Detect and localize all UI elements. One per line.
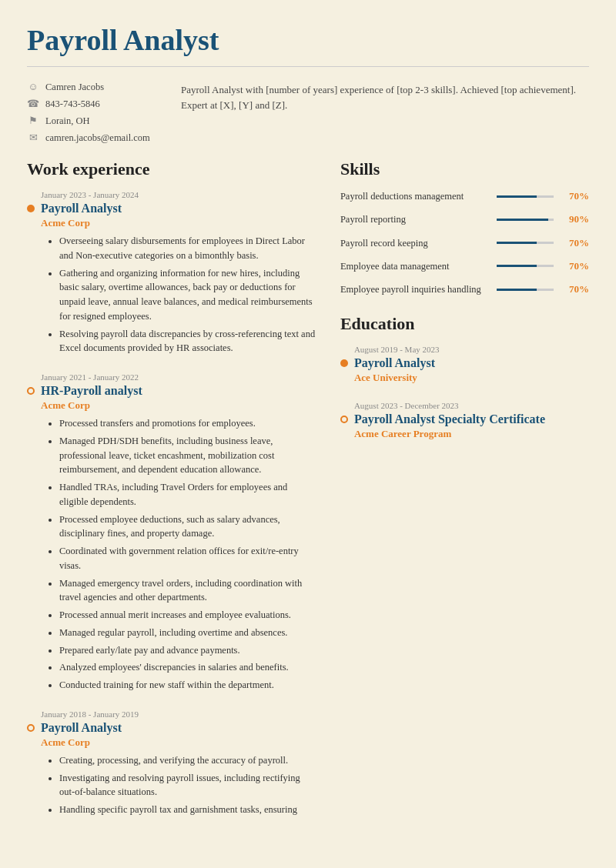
skill-bar-fill-5 xyxy=(497,289,537,291)
contact-info: ☺ Camren Jacobs ☎ 843-743-5846 ⚑ Lorain,… xyxy=(27,81,158,144)
edu-bullet-1 xyxy=(340,359,348,367)
skill-label-5: Employee payroll inquiries handling xyxy=(340,283,490,295)
list-item: Managed emergency travel orders, includi… xyxy=(59,576,317,606)
work-entry-2: January 2021 - January 2022 HR-Payroll a… xyxy=(27,372,317,693)
skills-title: Skills xyxy=(340,159,589,179)
entry-date-3: January 2018 - January 2019 xyxy=(41,709,317,719)
list-item: Overseeing salary disbursements for empl… xyxy=(59,234,317,263)
work-experience-title: Work experience xyxy=(27,159,317,179)
entry-title-1: Payroll Analyst xyxy=(41,202,122,215)
list-item: Managed PDH/SDH benefits, including busi… xyxy=(59,434,317,477)
education-section: Education August 2019 - May 2023 Payroll… xyxy=(340,314,589,440)
work-entry-3: January 2018 - January 2019 Payroll Anal… xyxy=(27,709,317,817)
edu-institution-2: Acme Career Program xyxy=(354,428,589,440)
skill-bar-bg-4 xyxy=(497,265,554,267)
bullet-dot-2 xyxy=(27,387,35,395)
location-icon: ⚑ xyxy=(27,115,39,127)
list-item: Resolving payroll data discrepancies by … xyxy=(59,327,317,356)
edu-date-1: August 2019 - May 2023 xyxy=(354,345,589,354)
entry-company-3: Acme Corp xyxy=(41,736,317,749)
entry-bullets-3: Creating, processing, and verifying the … xyxy=(49,753,317,817)
header-divider xyxy=(27,66,589,67)
entry-title-2: HR-Payroll analyst xyxy=(41,384,142,398)
skill-pct-4: 70% xyxy=(560,260,589,272)
skill-row-1: Payroll deductions management 70% xyxy=(340,190,589,202)
entry-date-2: January 2021 - January 2022 xyxy=(41,372,317,382)
edu-date-2: August 2023 - December 2023 xyxy=(354,401,589,410)
skill-bar-fill-2 xyxy=(497,219,548,221)
entry-date-1: January 2023 - January 2024 xyxy=(41,190,317,199)
skill-row-5: Employee payroll inquiries handling 70% xyxy=(340,283,589,295)
edu-entry-2: August 2023 - December 2023 Payroll Anal… xyxy=(340,401,589,440)
skill-pct-1: 70% xyxy=(560,190,589,202)
skill-bar-fill-4 xyxy=(497,265,537,267)
skill-bar-bg-2 xyxy=(497,219,554,221)
skill-bar-fill-1 xyxy=(497,195,537,198)
skill-bar-bg-5 xyxy=(497,289,554,291)
entry-bullets-1: Overseeing salary disbursements for empl… xyxy=(49,234,317,356)
list-item: Managed regular payroll, including overt… xyxy=(59,626,317,640)
bullet-dot-1 xyxy=(27,205,35,212)
skill-row-3: Payroll record keeping 70% xyxy=(340,237,589,249)
skill-bar-bg-1 xyxy=(497,195,554,198)
skill-pct-3: 70% xyxy=(560,237,589,249)
entry-company-2: Acme Corp xyxy=(41,399,317,412)
page-title: Payroll Analyst xyxy=(27,23,589,57)
edu-institution-1: Ace University xyxy=(354,372,589,384)
skill-label-3: Payroll record keeping xyxy=(340,237,490,249)
email-icon: ✉ xyxy=(27,132,39,144)
list-item: Handling specific payroll tax and garnis… xyxy=(59,803,317,817)
skill-label-1: Payroll deductions management xyxy=(340,190,490,202)
entry-title-3: Payroll Analyst xyxy=(41,721,122,735)
edu-title-2: Payroll Analyst Specialty Certificate xyxy=(354,412,545,426)
contact-location: ⚑ Lorain, OH xyxy=(27,115,158,127)
skills-section: Skills Payroll deductions management 70%… xyxy=(340,159,589,295)
list-item: Handled TRAs, including Travel Orders fo… xyxy=(59,480,317,509)
list-item: Investigating and resolving payroll issu… xyxy=(59,771,317,800)
edu-title-1: Payroll Analyst xyxy=(354,356,435,370)
edu-bullet-2 xyxy=(340,416,348,423)
list-item: Analyzed employees' discrepancies in sal… xyxy=(59,660,317,675)
list-item: Coordinated with government relation off… xyxy=(59,544,317,573)
skill-pct-2: 90% xyxy=(560,213,589,225)
list-item: Prepared early/late pay and advance paym… xyxy=(59,643,317,658)
entry-company-1: Acme Corp xyxy=(41,217,317,229)
contact-phone: ☎ 843-743-5846 xyxy=(27,98,158,110)
phone-icon: ☎ xyxy=(27,98,39,110)
contact-email: ✉ camren.jacobs@email.com xyxy=(27,132,158,144)
list-item: Processed transfers and promotions for e… xyxy=(59,416,317,431)
skill-label-4: Employee data management xyxy=(340,260,490,272)
contact-name: ☺ Camren Jacobs xyxy=(27,81,158,93)
list-item: Conducted training for new staff within … xyxy=(59,678,317,693)
entry-bullets-2: Processed transfers and promotions for e… xyxy=(49,416,317,693)
work-experience-section: Work experience January 2023 - January 2… xyxy=(27,159,317,834)
skill-bar-bg-3 xyxy=(497,242,554,244)
skill-bar-fill-3 xyxy=(497,242,537,244)
skill-row-2: Payroll reporting 90% xyxy=(340,213,589,225)
skill-label-2: Payroll reporting xyxy=(340,213,490,225)
list-item: Gathering and organizing information for… xyxy=(59,266,317,324)
education-title: Education xyxy=(340,314,589,334)
right-column: Skills Payroll deductions management 70%… xyxy=(340,159,589,834)
list-item: Processed annual merit increases and emp… xyxy=(59,608,317,623)
edu-entry-1: August 2019 - May 2023 Payroll Analyst A… xyxy=(340,345,589,384)
work-entry-1: January 2023 - January 2024 Payroll Anal… xyxy=(27,190,317,356)
person-icon: ☺ xyxy=(27,81,39,93)
bullet-dot-3 xyxy=(27,724,35,732)
list-item: Processed employee deductions, such as s… xyxy=(59,512,317,542)
skill-row-4: Employee data management 70% xyxy=(340,260,589,272)
skill-pct-5: 70% xyxy=(560,283,589,295)
summary-text: Payroll Analyst with [number of years] e… xyxy=(181,81,589,144)
list-item: Creating, processing, and verifying the … xyxy=(59,753,317,768)
